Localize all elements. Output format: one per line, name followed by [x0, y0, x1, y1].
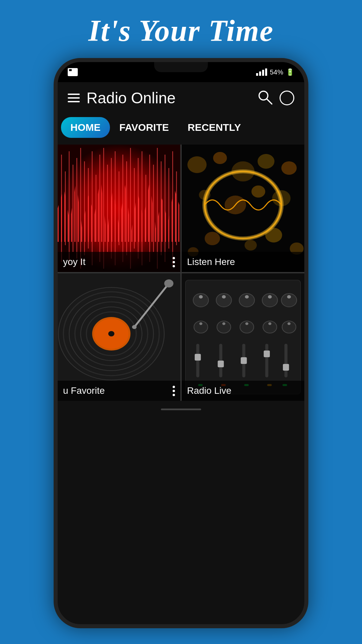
- bottom-bar: [58, 401, 304, 418]
- notification-icon: [68, 68, 78, 76]
- menu-button[interactable]: [68, 94, 80, 102]
- power-button[interactable]: [304, 183, 308, 216]
- content-grid: yoy It: [58, 145, 304, 401]
- grid-label-4: Radio Live: [182, 381, 304, 401]
- svg-rect-91: [218, 361, 224, 367]
- grid-label-3: u Favorite: [58, 381, 180, 401]
- svg-rect-93: [241, 357, 247, 364]
- tab-recently[interactable]: RECENTLY: [178, 117, 250, 138]
- svg-point-69: [199, 295, 202, 299]
- svg-point-61: [108, 331, 114, 336]
- svg-rect-89: [195, 354, 201, 361]
- svg-point-42: [251, 185, 265, 198]
- grid-label-text-4: Radio Live: [187, 385, 231, 396]
- grid-item-3[interactable]: u Favorite: [58, 273, 180, 401]
- volume-up-button[interactable]: [54, 163, 58, 186]
- grid-label-1: yoy It: [58, 252, 180, 272]
- app-header: Radio Online: [58, 82, 304, 114]
- svg-rect-94: [265, 344, 268, 377]
- svg-rect-95: [264, 351, 270, 357]
- battery-percent: 54%: [270, 68, 283, 76]
- svg-point-87: [288, 322, 291, 325]
- more-button-1[interactable]: [173, 257, 175, 267]
- volume-down-button[interactable]: [54, 193, 58, 216]
- grid-item-2[interactable]: Listen Here: [182, 145, 304, 272]
- page-background-title: It's Your Time: [0, 0, 362, 58]
- svg-point-73: [245, 295, 249, 299]
- svg-rect-96: [285, 344, 288, 377]
- grid-label-text-2: Listen Here: [187, 257, 235, 267]
- svg-point-77: [287, 295, 291, 299]
- phone-device: 54% 🔋 Radio Online: [54, 58, 308, 628]
- svg-point-36: [213, 152, 227, 164]
- grid-label-2: Listen Here: [182, 252, 304, 272]
- more-circle-button[interactable]: [280, 91, 294, 105]
- svg-point-71: [222, 295, 226, 299]
- svg-point-64: [132, 325, 137, 329]
- svg-point-75: [268, 295, 272, 299]
- svg-point-38: [257, 154, 274, 169]
- svg-point-63: [164, 279, 173, 287]
- grid-label-text-1: yoy It: [63, 257, 85, 267]
- tabs-bar: HOME FAVORITE RECENTLY: [58, 114, 304, 145]
- more-button-3[interactable]: [173, 386, 175, 396]
- app-content: Radio Online HOME FAVORITE RECENTLY: [58, 82, 304, 418]
- app-title: Radio Online: [86, 89, 176, 107]
- tab-home[interactable]: HOME: [61, 117, 110, 138]
- grid-item-1[interactable]: yoy It: [58, 145, 180, 272]
- svg-point-83: [245, 322, 248, 325]
- bottom-indicator: [161, 409, 201, 410]
- svg-point-35: [187, 156, 206, 173]
- tab-favorite[interactable]: FAVORITE: [110, 117, 178, 138]
- battery-icon: 🔋: [286, 68, 294, 76]
- svg-rect-97: [283, 364, 289, 371]
- svg-point-45: [245, 240, 257, 251]
- status-bar: 54% 🔋: [58, 62, 304, 82]
- grid-label-text-3: u Favorite: [63, 385, 105, 396]
- svg-point-79: [199, 322, 202, 325]
- svg-point-44: [205, 232, 220, 245]
- svg-point-81: [222, 322, 225, 325]
- grid-item-4[interactable]: Radio Live: [182, 273, 304, 401]
- search-button[interactable]: [257, 90, 273, 106]
- svg-point-39: [281, 161, 297, 175]
- svg-point-85: [268, 322, 271, 325]
- svg-line-1: [267, 99, 272, 104]
- notch: [154, 62, 208, 72]
- signal-icon: [256, 68, 267, 76]
